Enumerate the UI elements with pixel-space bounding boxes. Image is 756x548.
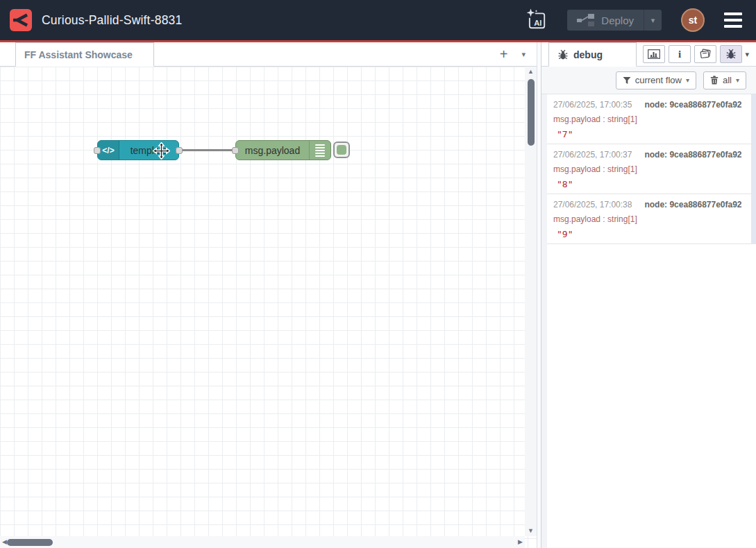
message-property: msg.payload : string[1]	[553, 164, 745, 174]
help-panel-button[interactable]	[694, 45, 716, 63]
dashboard-panel-button[interactable]	[643, 45, 665, 63]
deploy-options-caret[interactable]: ▾	[644, 10, 662, 31]
debug-list-scrollbar[interactable]	[751, 94, 756, 244]
plus-icon: +	[500, 46, 508, 62]
message-value: "7"	[553, 129, 745, 139]
wire-layer	[0, 67, 537, 548]
sidebar-panels-caret[interactable]: ▾	[745, 50, 749, 59]
bug-icon	[558, 49, 568, 60]
canvas-horizontal-scrollbar[interactable]: ◀ ▶	[0, 536, 525, 548]
scroll-left-arrow[interactable]: ◀	[2, 539, 7, 545]
chevron-down-icon: ▾	[521, 50, 526, 58]
debug-enable-toggle[interactable]	[333, 142, 350, 158]
book-icon	[699, 49, 712, 60]
chevron-down-icon: ▾	[736, 76, 739, 84]
debug-lines-icon	[309, 141, 330, 160]
message-property: msg.payload : string[1]	[553, 214, 745, 224]
sidebar-tabbar: debug i	[541, 42, 756, 67]
debug-message: 27/06/2025, 17:00:38 node: 9cea886877e0f…	[547, 194, 756, 244]
svg-text:AI: AI	[535, 19, 542, 27]
message-node-id[interactable]: node: 9cea886877e0fa92	[644, 200, 741, 209]
sparkle-icon	[527, 8, 535, 17]
code-icon: </>	[98, 141, 119, 160]
scroll-up-arrow[interactable]: ▲	[528, 69, 534, 75]
canvas-vertical-scrollbar[interactable]: ▲ ▼	[525, 67, 537, 536]
flow-tab-label: FF Assistant Showcase	[24, 49, 133, 60]
clear-button-label: all	[723, 75, 732, 85]
horizontal-scroll-thumb[interactable]	[7, 539, 53, 546]
avatar[interactable]: st	[681, 8, 705, 32]
message-node-id[interactable]: node: 9cea886877e0fa92	[644, 150, 741, 160]
app-header: Curious-Pallid-Swift-8831 AI Deploy	[0, 0, 756, 42]
deploy-button-label: Deploy	[601, 15, 634, 26]
debug-panel-button[interactable]	[720, 45, 742, 63]
template-output-port[interactable]	[176, 147, 183, 154]
debug-input-port[interactable]	[232, 147, 239, 154]
flow-canvas[interactable]: </> template msg.payload ▲ ▼	[0, 67, 537, 548]
message-timestamp: 27/06/2025, 17:00:37	[553, 150, 632, 160]
sidebar-resize-handle[interactable]	[537, 42, 541, 548]
message-node-id[interactable]: node: 9cea886877e0fa92	[644, 100, 741, 110]
node-debug-label: msg.payload	[236, 141, 309, 160]
debug-clear-button[interactable]: all ▾	[703, 71, 746, 89]
tab-ff-assistant-showcase[interactable]: FF Assistant Showcase	[15, 42, 154, 67]
workspace: FF Assistant Showcase + ▾ </> template m…	[0, 42, 537, 548]
chevron-down-icon: ▾	[686, 76, 689, 84]
flow-list-caret[interactable]: ▾	[521, 50, 526, 59]
ai-assistant-button[interactable]: AI	[526, 8, 548, 33]
trash-icon	[710, 76, 719, 85]
deploy-icon	[577, 13, 595, 27]
debug-message-panel: 27/06/2025, 17:00:35 node: 9cea886877e0f…	[541, 94, 756, 548]
hamburger-icon	[724, 12, 742, 15]
bug-icon	[726, 49, 736, 60]
chart-icon	[648, 49, 660, 59]
debug-panel-gutter	[541, 94, 547, 548]
main-menu-button[interactable]	[724, 11, 742, 29]
message-value: "9"	[553, 229, 745, 239]
debug-toggle-state	[337, 145, 346, 155]
sidebar-tab-label: debug	[573, 49, 603, 60]
message-property: msg.payload : string[1]	[553, 114, 745, 124]
sidebar: debug i	[541, 42, 756, 548]
deploy-button[interactable]: Deploy ▾	[567, 10, 662, 31]
debug-filter-button[interactable]: current flow ▾	[616, 71, 696, 89]
template-input-port[interactable]	[94, 147, 101, 154]
debug-message: 27/06/2025, 17:00:35 node: 9cea886877e0f…	[547, 94, 756, 144]
info-icon: i	[678, 49, 681, 60]
chevron-down-icon: ▾	[651, 16, 655, 25]
small-sparkle-icon	[535, 10, 537, 12]
message-value: "8"	[553, 179, 745, 189]
vertical-scroll-thumb[interactable]	[528, 79, 535, 146]
chevron-down-icon: ▾	[745, 50, 749, 58]
flowfuse-logo-icon	[10, 9, 32, 31]
scroll-right-arrow[interactable]: ▶	[518, 539, 523, 545]
debug-message: 27/06/2025, 17:00:37 node: 9cea886877e0f…	[547, 144, 756, 194]
filter-funnel-icon	[623, 76, 631, 85]
add-flow-button[interactable]: +	[500, 47, 508, 61]
tab-debug[interactable]: debug	[548, 42, 637, 67]
debug-toolbar: current flow ▾ all ▾	[541, 67, 756, 94]
filter-button-label: current flow	[635, 75, 682, 85]
node-debug[interactable]: msg.payload	[235, 140, 331, 160]
message-timestamp: 27/06/2025, 17:00:38	[553, 200, 632, 209]
page-title: Curious-Pallid-Swift-8831	[42, 13, 182, 28]
message-timestamp: 27/06/2025, 17:00:35	[553, 100, 632, 110]
debug-message-list: 27/06/2025, 17:00:35 node: 9cea886877e0f…	[547, 94, 756, 244]
info-panel-button[interactable]: i	[669, 45, 691, 63]
scroll-down-arrow[interactable]: ▼	[528, 528, 534, 534]
move-cursor-icon	[153, 142, 170, 160]
flow-tabbar: FF Assistant Showcase + ▾	[0, 42, 537, 67]
